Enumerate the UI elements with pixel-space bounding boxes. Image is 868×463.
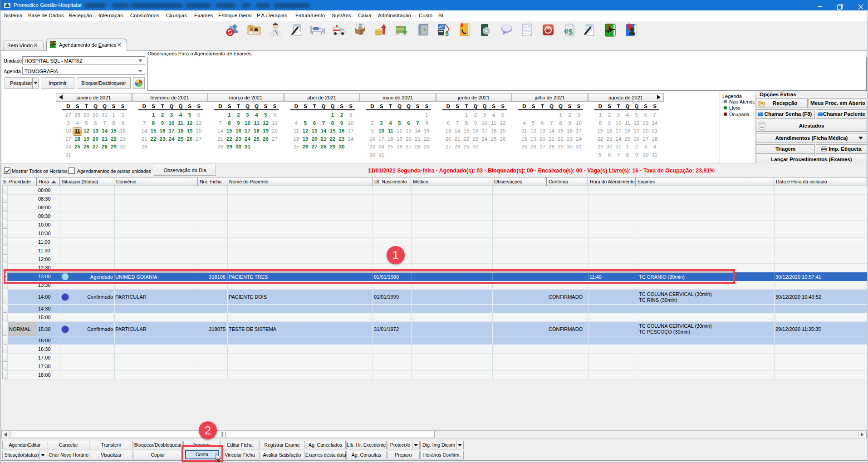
svg-text:e: e	[564, 26, 569, 35]
svg-text:$: $	[569, 28, 573, 36]
svg-text:$: $	[445, 30, 449, 37]
